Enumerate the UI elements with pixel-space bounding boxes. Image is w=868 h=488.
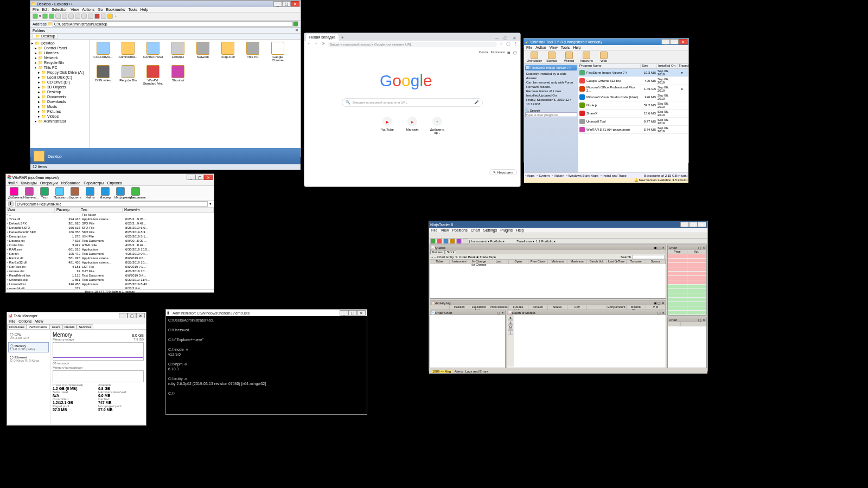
search-input[interactable]: [632, 255, 665, 259]
tm-sidebar[interactable]: ◯ CPU9% 2.60 GHz◯ Memory1.2/8.0 GB (14%)…: [7, 330, 50, 425]
file-row[interactable]: ▫ Descript.ion1 278ION File6/25/2019 5:1…: [6, 235, 214, 239]
column-headers[interactable]: Program Name Size Installed On Traced: [578, 64, 688, 69]
tree-item[interactable]: ▸ 📁 Pictures: [31, 109, 88, 114]
menu-item[interactable]: Plugins: [500, 228, 513, 232]
stop-button[interactable]: [94, 14, 100, 19]
cut-button[interactable]: [55, 14, 61, 19]
profile-icon[interactable]: ◯: [506, 42, 511, 47]
close-panel-icon[interactable]: ✕: [295, 28, 298, 33]
file-row[interactable]: ▫ RarExt32.dll481 456Application extens.…: [6, 261, 214, 265]
close-button[interactable]: ✕: [679, 39, 687, 44]
toolbar-wizard[interactable]: Wizard: [561, 52, 577, 62]
file-view[interactable]: COLORMA...Administrat...Control PanelLib…: [90, 40, 301, 148]
chart-icon[interactable]: [443, 239, 449, 244]
tab-performance[interactable]: Performance: [27, 324, 49, 329]
toolbar-uninstaller[interactable]: Uninstaller: [526, 52, 542, 62]
menu-edit[interactable]: Edit: [42, 8, 48, 11]
toolbar-web[interactable]: Web: [596, 52, 612, 62]
ladder-row[interactable]: [668, 259, 706, 263]
menu-item[interactable]: Избранное: [61, 181, 80, 185]
ladder-row[interactable]: [668, 306, 706, 311]
menu-selection[interactable]: Selection: [52, 8, 67, 11]
quotes-tool[interactable]: Order Book: [459, 255, 476, 259]
tree-item[interactable]: ▸ 📁 Music: [31, 104, 88, 109]
maximize-button[interactable]: ▢: [195, 175, 204, 180]
ladder-row[interactable]: [668, 293, 706, 298]
uninst-titlebar[interactable]: 🧹 Uninstall Tool 3.5.8 (Unregistered Ver…: [524, 38, 688, 45]
tree-item[interactable]: ▸ 📁 Local Disk (C:): [31, 75, 88, 80]
omnibox[interactable]: Введите поисковый запрос в Google или ук…: [328, 42, 497, 47]
file-row[interactable]: ▫ Uninstall.exe1 851Text Document6/30/20…: [6, 278, 214, 282]
file-row[interactable]: ▫ ReadMe.rtf.lnk1 116Text Document6/6/20…: [6, 274, 214, 278]
file-row[interactable]: ▫ rarnew.dat34DAT File4/26/2019 10:...: [6, 269, 214, 274]
minimize-button[interactable]: _: [680, 222, 689, 227]
menu-item[interactable]: File: [526, 46, 532, 49]
file-row[interactable]: ▫ RarFiles.lst4 181LST File5/6/2019 7:2.…: [6, 265, 214, 269]
tree-item[interactable]: ▸ 📁 Downloads: [31, 99, 88, 104]
shortcut[interactable]: ▶Магазин: [404, 117, 420, 134]
ladder-row[interactable]: [668, 267, 706, 272]
desktop-item[interactable]: Administrat...: [117, 42, 139, 62]
desktop-item[interactable]: Recycle Bin: [117, 65, 139, 85]
col-header[interactable]: Prev Close: [528, 260, 548, 264]
book-icon[interactable]: [456, 239, 462, 244]
file-row[interactable]: ▫ Rar.txt105 473Text Document4/25/2019 0…: [6, 252, 214, 256]
tab-desktop[interactable]: 📁 Desktop: [33, 34, 58, 38]
file-row[interactable]: ▫ Uninstall.lst346 458Application6/25/20…: [6, 282, 214, 287]
ladder-row[interactable]: [668, 272, 706, 276]
order-chart-header[interactable]: 📉 Order Chart▢ ✕: [430, 310, 505, 315]
menu-item[interactable]: Операции: [40, 181, 58, 185]
delete-button[interactable]: [75, 14, 80, 19]
ladder-row[interactable]: [668, 280, 706, 285]
stop-icon[interactable]: [437, 239, 442, 244]
status-tab[interactable]: ▫ Windows Store Apps: [566, 174, 598, 177]
menu-item[interactable]: Help: [516, 228, 524, 232]
copy-button[interactable]: [62, 14, 67, 19]
menu-view[interactable]: View: [71, 8, 79, 11]
desktop-item[interactable]: DNN video: [92, 65, 114, 85]
properties-button[interactable]: [81, 14, 87, 19]
shortcut[interactable]: +Добавить яр...: [429, 117, 445, 134]
toolbar-button[interactable]: Просмотр: [54, 187, 66, 199]
file-row[interactable]: ▫ Default64.SFX166 616SFX File8/25/2019 …: [6, 226, 214, 230]
status-tab[interactable]: ▫ Apps: [525, 174, 534, 177]
search-box[interactable]: 🔍 Введите поисковый запрос или URL 🎤: [342, 98, 483, 107]
col-header[interactable]: Source: [646, 260, 666, 264]
program-row[interactable]: FastStone Image Viewer 7.410.3 MBSep 06,…: [578, 69, 688, 77]
tab-services[interactable]: Services: [76, 324, 93, 329]
ladder-row[interactable]: [668, 276, 706, 280]
tab-users[interactable]: Users: [49, 324, 62, 329]
new-tab-button[interactable]: +: [340, 35, 345, 41]
menu-bookmarks[interactable]: Bookmarks: [106, 8, 125, 11]
up-button[interactable]: ⬆: [8, 201, 14, 207]
col-header[interactable]: % Change for Change: [469, 260, 489, 264]
file-list[interactable]: ▫ ..File folder▫ 7zxa.dll294 416Applicat…: [6, 213, 214, 289]
quote-columns[interactable]: TickerInstrument% Change for ChangeLastO…: [430, 260, 666, 264]
order-icon[interactable]: [450, 239, 455, 244]
program-row[interactable]: Microsoft Office Professional Plus 2...1…: [578, 85, 688, 93]
desktop-item[interactable]: Output dir: [217, 42, 239, 62]
menu-item[interactable]: Справка: [107, 181, 122, 185]
menu-item[interactable]: Help: [573, 46, 580, 49]
up-button[interactable]: [49, 14, 54, 19]
dropdown-icon[interactable]: ▾: [39, 14, 41, 18]
play-icon[interactable]: [430, 239, 436, 244]
menu-item[interactable]: Параметры: [84, 181, 104, 185]
depth-chart[interactable]: [514, 315, 666, 367]
terminal-output[interactable]: C:\Users\Administrator>cd.. C:\Users>cd.…: [166, 316, 367, 397]
views-button[interactable]: [88, 14, 93, 19]
program-row[interactable]: WinRAR 5.71 (64-разрядная)5.74 MBSep 06,…: [578, 126, 688, 134]
minimize-button[interactable]: _: [273, 1, 282, 7]
back-button[interactable]: ←: [307, 42, 312, 47]
ladder-row[interactable]: [668, 298, 706, 302]
toolbar-button[interactable]: Информация: [114, 187, 126, 199]
menu-item[interactable]: Tools: [561, 46, 570, 49]
ladder-row[interactable]: [668, 289, 706, 293]
menu-item[interactable]: View: [441, 228, 449, 232]
order-chart[interactable]: [430, 315, 505, 367]
maximize-button[interactable]: ▢: [689, 222, 698, 227]
paste-button[interactable]: [68, 14, 74, 19]
back-button[interactable]: [33, 14, 38, 19]
shortcut[interactable]: ▶YouTube: [379, 117, 395, 134]
explorer-titlebar[interactable]: 📁 Desktop - Explorer++ _ ▢ ✕: [30, 1, 301, 7]
